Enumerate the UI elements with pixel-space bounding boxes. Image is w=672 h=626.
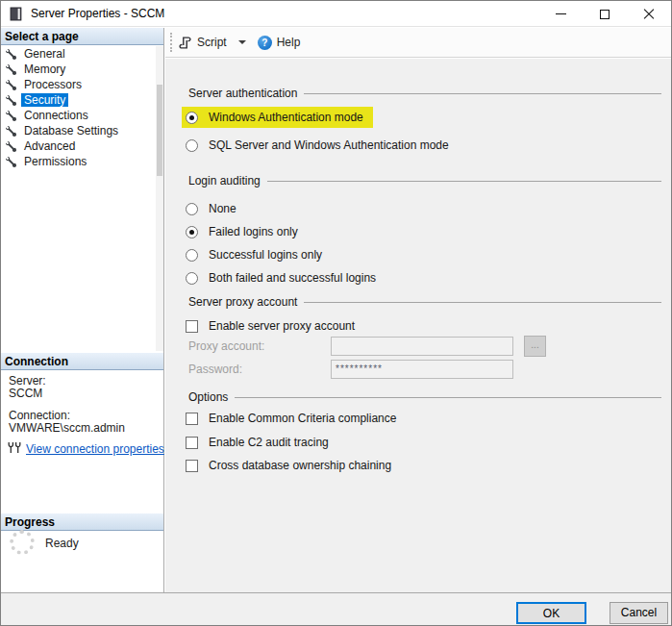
sidebar-item-label: Processors	[21, 78, 85, 91]
proxy-account-label: Proxy account:	[188, 339, 264, 353]
script-icon	[178, 36, 192, 50]
cancel-button[interactable]: Cancel	[610, 602, 668, 624]
chevron-down-icon	[238, 40, 246, 44]
maximize-icon	[600, 10, 610, 19]
sidebar-item-connections[interactable]: Connections	[3, 108, 91, 123]
scrollbar-thumb[interactable]	[157, 85, 162, 176]
server-value: SCCM	[9, 387, 42, 400]
sidebar-item-memory[interactable]: Memory	[3, 62, 68, 77]
wrench-icon	[6, 157, 16, 167]
checkbox-enable-c2-audit-tracing[interactable]: Enable C2 audit tracing	[182, 432, 338, 453]
progress-spinner-icon	[10, 530, 35, 555]
password-input: **********	[331, 360, 513, 379]
connection-value: VMWARE\sccm.admin	[9, 421, 125, 435]
sidebar-item-label: Memory	[21, 63, 68, 76]
wrench-icon	[6, 95, 16, 106]
section-divider	[267, 181, 661, 182]
script-dropdown-button[interactable]	[233, 38, 252, 47]
server-proxy-account-section: Server proxy account	[188, 295, 661, 309]
section-divider	[304, 93, 661, 94]
radio-successful-logins-only[interactable]: Successful logins only	[182, 244, 332, 265]
sidebar-item-advanced[interactable]: Advanced	[3, 138, 78, 154]
radio-none[interactable]: None	[182, 198, 246, 219]
radio-label: Windows Authentication mode	[209, 111, 363, 124]
checkbox-cross-database-ownership-chaining[interactable]: Cross database ownership chaining	[182, 455, 401, 476]
help-button-label: Help	[277, 36, 301, 49]
section-title: Server authentication	[188, 87, 297, 100]
wrench-icon	[6, 126, 16, 137]
radio-both-failed-and-successful-logins[interactable]: Both failed and successful logins	[182, 267, 386, 288]
sidebar-scrollbar[interactable]	[156, 46, 163, 351]
wrench-icon	[6, 141, 16, 152]
radio-icon	[186, 203, 198, 215]
section-divider	[235, 397, 661, 398]
password-label: Password:	[188, 363, 242, 376]
sidebar-item-security[interactable]: Security	[3, 92, 68, 108]
script-button[interactable]: Script	[172, 33, 233, 53]
section-title: Server proxy account	[188, 295, 297, 309]
options-section: Options	[188, 390, 661, 404]
radio-icon	[186, 272, 198, 285]
progress-header: Progress	[1, 513, 163, 531]
wrench-icon	[6, 49, 16, 60]
section-title: Options	[188, 390, 228, 404]
radio-icon	[186, 249, 198, 262]
connection-header: Connection	[1, 353, 163, 370]
window-controls	[538, 1, 671, 27]
maximize-button[interactable]	[583, 1, 627, 27]
title-bar: Server Properties - SCCM	[1, 1, 671, 27]
radio-label: SQL Server and Windows Authentication mo…	[209, 138, 449, 152]
radio-failed-logins-only[interactable]: Failed logins only	[182, 221, 308, 242]
window-icon	[10, 7, 23, 21]
checkbox-label: Enable server proxy account	[209, 319, 355, 333]
sidebar-item-general[interactable]: General	[3, 46, 68, 62]
radio-label: Successful logins only	[209, 248, 322, 262]
checkbox-label: Cross database ownership chaining	[209, 459, 391, 472]
radio-label: None	[209, 202, 236, 215]
section-title: Login auditing	[188, 174, 261, 188]
sidebar-item-label: Advanced	[21, 139, 78, 153]
checkbox-icon	[186, 320, 198, 333]
sidebar-item-label: Permissions	[21, 155, 89, 168]
view-connection-properties-link[interactable]: View connection properties	[7, 441, 164, 457]
sidebar-item-label: Connections	[21, 109, 91, 122]
window-title: Server Properties - SCCM	[31, 7, 164, 20]
checkbox-enable-server-proxy-account[interactable]: Enable server proxy account	[182, 315, 364, 337]
sidebar-item-processors[interactable]: Processors	[3, 77, 85, 92]
checkbox-icon	[186, 413, 198, 425]
sidebar: Select a page General Memory Processors …	[1, 28, 164, 592]
checkbox-icon	[186, 460, 198, 472]
checkbox-enable-common-criteria-compliance[interactable]: Enable Common Criteria compliance	[182, 408, 406, 429]
wrench-icon	[6, 64, 16, 75]
ok-button[interactable]: OK	[516, 602, 586, 624]
radio-icon	[186, 226, 198, 238]
minimize-button[interactable]	[538, 1, 583, 27]
help-button[interactable]: ? Help	[252, 33, 307, 53]
close-button[interactable]	[627, 1, 671, 27]
checkbox-label: Enable C2 audit tracing	[209, 436, 329, 449]
select-a-page-header: Select a page	[1, 28, 163, 45]
connection-label: Connection:	[9, 409, 70, 422]
radio-icon	[186, 112, 198, 124]
browse-button: ...	[524, 336, 546, 357]
script-button-label: Script	[197, 36, 227, 49]
sidebar-item-database-settings[interactable]: Database Settings	[3, 123, 121, 138]
checkbox-label: Enable Common Criteria compliance	[209, 412, 396, 425]
radio-label: Failed logins only	[209, 225, 298, 238]
wrench-icon	[6, 80, 16, 90]
close-icon	[643, 9, 655, 20]
toolbar: Script ? Help	[165, 28, 671, 58]
minimize-icon	[556, 13, 566, 14]
section-divider	[304, 302, 661, 303]
view-connection-properties-label: View connection properties	[26, 442, 164, 456]
security-page-content: Server authentication Windows Authentica…	[165, 59, 671, 592]
help-icon: ?	[258, 36, 272, 50]
radio-sql-and-windows-authentication-mode[interactable]: SQL Server and Windows Authentication mo…	[182, 135, 459, 156]
sidebar-item-label: Database Settings	[21, 124, 121, 138]
radio-windows-authentication-mode[interactable]: Windows Authentication mode	[182, 107, 373, 128]
checkbox-icon	[186, 437, 198, 449]
login-auditing-section: Login auditing	[188, 174, 661, 188]
progress-status: Ready	[45, 537, 79, 550]
proxy-account-input	[331, 337, 513, 356]
sidebar-item-permissions[interactable]: Permissions	[3, 154, 89, 169]
